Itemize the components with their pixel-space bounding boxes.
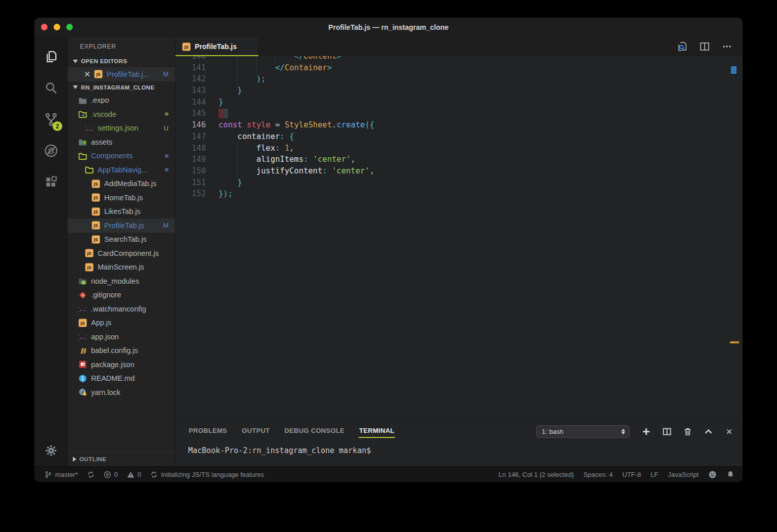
tree-item-hometab-js[interactable]: JSHomeTab.js xyxy=(68,191,175,205)
tree-item-components[interactable]: Components xyxy=(68,149,175,163)
kill-terminal-button[interactable] xyxy=(683,427,692,436)
tree-item-profiletab-js[interactable]: JSProfileTab.jsM xyxy=(68,218,175,233)
tree-item-app-js[interactable]: JSApp.js xyxy=(68,316,175,330)
new-terminal-button[interactable] xyxy=(641,427,651,436)
minimize-window-button[interactable] xyxy=(54,24,60,30)
activity-item-extensions[interactable] xyxy=(39,169,63,195)
tree-item-cardcomponent-js[interactable]: JSCardComponent.js xyxy=(68,246,175,260)
debug-disabled-icon xyxy=(44,143,59,158)
section-open-editors[interactable]: OPEN EDITORS xyxy=(68,55,175,67)
git-status-dot xyxy=(165,168,168,171)
code-token: Content xyxy=(304,56,336,62)
line-content: justifyContent: 'center', xyxy=(206,165,374,177)
line-content: alignItems: 'center', xyxy=(206,154,356,165)
panel-tab-problems[interactable]: PROBLEMS xyxy=(188,424,228,439)
indent-space xyxy=(219,177,237,189)
tree-item-addmediatab-js[interactable]: JSAddMediaTab.js xyxy=(68,177,175,191)
split-editor-button[interactable] xyxy=(699,41,710,52)
code-token: , xyxy=(289,143,294,154)
activity-item-debug[interactable] xyxy=(39,138,63,163)
terminal-picker[interactable]: 1: bash xyxy=(536,425,630,438)
tree-item-package-json[interactable]: package.json xyxy=(68,358,175,372)
tree-item-apptabnavig-[interactable]: AppTabNavig... xyxy=(68,163,175,177)
title-bar: ProfileTab.js — rn_instagram_clone xyxy=(34,18,743,37)
close-panel-button[interactable] xyxy=(724,427,733,436)
activity-item-search[interactable] xyxy=(39,75,63,101)
tree-item-yarn-lock[interactable]: yarn.lock xyxy=(68,385,175,400)
tree-item-mainscreen-js[interactable]: JSMainScreen.js xyxy=(68,260,175,275)
terminal-controls: 1: bash xyxy=(536,425,733,438)
activity-item-explorer[interactable] xyxy=(39,44,63,69)
tree-item-label: package.json xyxy=(91,361,134,369)
code-editor[interactable]: 140</Content>141</Container>142);143}144… xyxy=(176,56,743,420)
tree-item-label: MainScreen.js xyxy=(98,263,144,271)
svg-text:JS: JS xyxy=(93,224,98,228)
tree-item-label: assets xyxy=(91,138,112,146)
tree-item-settings-json[interactable]: {..}settings.jsonU xyxy=(68,121,175,136)
tree-item-assets[interactable]: assets xyxy=(68,135,175,149)
panel-tab-output[interactable]: OUTPUT xyxy=(241,424,270,439)
status-notifications[interactable] xyxy=(726,470,735,478)
tree-item-label: settings.json xyxy=(98,124,139,132)
line-content: } xyxy=(206,85,242,97)
tree-item-searchtab-js[interactable]: JSSearchTab.js xyxy=(68,233,175,247)
section-outline[interactable]: OUTLINE xyxy=(68,452,175,466)
line-content: container: { xyxy=(206,131,294,143)
status-language-status-label: Initializing JS/TS language features xyxy=(161,471,264,478)
code-token: = xyxy=(275,119,280,131)
zoom-window-button[interactable] xyxy=(66,24,73,30)
indent-guide xyxy=(275,56,276,62)
status-git-branch[interactable]: master* xyxy=(45,471,78,478)
status-errors[interactable]: 0 xyxy=(104,471,118,478)
close-window-button[interactable] xyxy=(41,24,48,30)
tab-profiletab-js[interactable]: JS ProfileTab.js xyxy=(176,37,259,56)
code-token: style xyxy=(247,119,271,131)
line-number: 143 xyxy=(176,85,206,97)
tree-item-label: .expo xyxy=(91,96,109,104)
open-editor-item[interactable]: JSProfileTab.j...M xyxy=(68,67,175,81)
code-token: > xyxy=(336,56,341,62)
svg-text:{..}: {..} xyxy=(78,306,87,313)
terminal[interactable]: MacBook-Pro-2:rn_instagram_clone markan$ xyxy=(176,442,743,466)
status-indentation[interactable]: Spaces: 4 xyxy=(583,471,613,478)
code-token: > xyxy=(327,62,332,74)
status-cursor-position[interactable]: Ln 146, Col 1 (2 selected) xyxy=(499,471,574,478)
panel-tab-terminal[interactable]: TERMINAL xyxy=(359,424,395,439)
activity-item-source-control[interactable]: 2 xyxy=(39,107,63,132)
status-encoding[interactable]: UTF-8 xyxy=(622,471,641,478)
tree-item-babel-config-js[interactable]: Bbabel.config.js xyxy=(68,344,175,358)
extensions-icon xyxy=(44,174,59,190)
tree-item--expo[interactable]: .expo xyxy=(68,94,175,108)
git-status-dot xyxy=(165,112,168,116)
more-actions-button[interactable] xyxy=(721,41,732,52)
tree-item-readme-md[interactable]: README.md xyxy=(68,372,175,386)
panel-tab-debug-console[interactable]: DEBUG CONSOLE xyxy=(284,424,345,439)
close-editor-icon[interactable] xyxy=(83,70,91,78)
status-sync[interactable] xyxy=(87,471,95,478)
tree-item-app-json[interactable]: {..}app.json xyxy=(68,330,175,344)
chevron-up-icon xyxy=(704,427,713,436)
warning-icon xyxy=(127,471,135,478)
code-line: 142); xyxy=(176,73,743,85)
status-feedback[interactable] xyxy=(708,470,717,479)
tree-item--watchmanconfig[interactable]: {..}.watchmanconfig xyxy=(68,302,175,316)
status-eol[interactable]: LF xyxy=(651,471,658,478)
status-warnings[interactable]: 0 xyxy=(127,471,141,478)
tree-item--gitignore[interactable]: .gitignore xyxy=(68,288,175,302)
tree-item--vscode[interactable]: .vscode xyxy=(68,107,175,121)
yarn-icon xyxy=(78,388,87,396)
line-number: 140 xyxy=(176,56,206,62)
tree-item-likestab-js[interactable]: JSLikesTab.js xyxy=(68,205,175,219)
open-changes-button[interactable] xyxy=(677,41,688,52)
section-root-folder[interactable]: RN_INSTAGRAM_CLONE xyxy=(68,81,175,94)
code-token: : xyxy=(275,143,280,154)
status-language-status[interactable]: Initializing JS/TS language features xyxy=(150,471,264,478)
code-line: 146const style = StyleSheet.create({ xyxy=(176,119,743,131)
split-terminal-button[interactable] xyxy=(662,427,671,436)
status-language-mode[interactable]: JavaScript xyxy=(668,471,699,478)
svg-text:{..}: {..} xyxy=(78,334,87,340)
maximize-panel-button[interactable] xyxy=(704,427,713,436)
indent-space xyxy=(219,131,237,143)
tree-item-node-modules[interactable]: node_modules xyxy=(68,274,175,288)
settings-button[interactable] xyxy=(39,440,63,461)
